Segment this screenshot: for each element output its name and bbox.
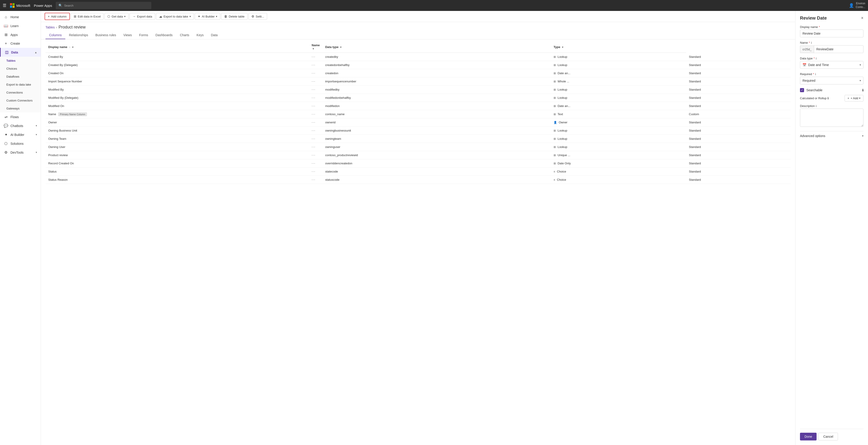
row-context-menu[interactable]: ··· bbox=[312, 113, 316, 116]
cell-data-type: ⊞ Lookup bbox=[551, 126, 686, 135]
row-context-menu[interactable]: ··· bbox=[312, 121, 316, 124]
cell-display-name: Status bbox=[45, 168, 309, 176]
sort-dropdown-icon[interactable]: ▾ bbox=[72, 46, 73, 49]
cancel-button[interactable]: Cancel bbox=[818, 433, 838, 440]
row-context-menu[interactable]: ··· bbox=[312, 80, 316, 83]
tab-data[interactable]: Data bbox=[207, 31, 221, 39]
name-input[interactable] bbox=[814, 45, 863, 53]
add-column-button[interactable]: + Add column bbox=[44, 13, 70, 20]
ai-builder-button[interactable]: ✦ AI Builder ▾ bbox=[195, 13, 220, 20]
sidebar-item-home[interactable]: ⌂ Home bbox=[0, 13, 41, 21]
row-context-menu[interactable]: ··· bbox=[312, 96, 316, 99]
sidebar-item-ai-builder[interactable]: ✦ AI Builder ▾ bbox=[0, 130, 41, 139]
row-context-menu[interactable]: ··· bbox=[312, 153, 316, 157]
sidebar-label-data: Data bbox=[11, 51, 32, 54]
table-row: Owner ··· ownerid 👤 Owner Standard bbox=[45, 118, 790, 126]
row-context-menu[interactable]: ··· bbox=[312, 178, 316, 181]
data-type-cell-icon: ⊞ bbox=[554, 55, 556, 59]
row-context-menu[interactable]: ··· bbox=[312, 137, 316, 141]
sidebar-item-data[interactable]: ◫ Data ▲ bbox=[0, 48, 41, 57]
display-name-input[interactable] bbox=[800, 30, 863, 37]
tab-relationships[interactable]: Relationships bbox=[65, 31, 92, 39]
name-info-icon[interactable]: ℹ bbox=[811, 41, 812, 44]
searchable-info-icon[interactable]: ℹ bbox=[862, 88, 863, 92]
sidebar-item-connections[interactable]: Connections bbox=[0, 89, 41, 96]
cell-display-name: Name Primary Name Column bbox=[45, 110, 309, 118]
description-info-icon[interactable]: ℹ bbox=[816, 105, 817, 108]
breadcrumb-tables-link[interactable]: Tables bbox=[45, 26, 55, 29]
apps-icon: ⊞ bbox=[4, 33, 8, 37]
export-data-button[interactable]: → Export data bbox=[129, 13, 155, 20]
tab-columns[interactable]: Columns bbox=[45, 31, 65, 39]
topbar-right: 👤 Environ Conto... bbox=[849, 2, 865, 9]
cell-dots: ··· bbox=[309, 151, 322, 159]
sidebar-item-apps[interactable]: ⊞ Apps bbox=[0, 30, 41, 39]
type-sort-icon: ▾ bbox=[562, 46, 563, 49]
tab-keys[interactable]: Keys bbox=[193, 31, 207, 39]
col-header-data-type[interactable]: Data type ▾ bbox=[322, 41, 551, 53]
sidebar-item-tables[interactable]: Tables bbox=[0, 57, 41, 65]
cell-data-type: 👤 Owner bbox=[551, 118, 686, 126]
row-context-menu[interactable]: ··· bbox=[312, 170, 316, 173]
table-row: Owning User ··· owninguser ⊞ Lookup Stan… bbox=[45, 143, 790, 151]
cell-data-type: ⊞ Lookup bbox=[551, 61, 686, 69]
sidebar-label-choices: Choices bbox=[6, 67, 37, 70]
delete-table-button[interactable]: 🗑 Delete table bbox=[221, 13, 247, 20]
settings-button[interactable]: ⚙ Setti... bbox=[248, 13, 267, 20]
sidebar-item-solutions[interactable]: ⬡ Solutions bbox=[0, 139, 41, 148]
get-data-button[interactable]: ⬡ Get data ▾ bbox=[104, 13, 129, 20]
sidebar-item-dataflows[interactable]: Dataflows bbox=[0, 72, 41, 81]
tab-charts[interactable]: Charts bbox=[176, 31, 193, 39]
searchable-checkbox[interactable]: ✓ bbox=[800, 88, 804, 92]
tabs: Columns Relationships Business rules Vie… bbox=[41, 30, 795, 39]
cell-display-name: Created By (Delegate) bbox=[45, 61, 309, 69]
data-type-cell-icon: ⊞ bbox=[554, 96, 556, 99]
search-input[interactable] bbox=[64, 4, 149, 7]
done-button[interactable]: Done bbox=[800, 433, 816, 440]
sidebar-item-gateways[interactable]: Gateways bbox=[0, 105, 41, 113]
sidebar-item-choices[interactable]: Choices bbox=[0, 65, 41, 72]
sidebar-item-custom-connectors[interactable]: Custom Connectors bbox=[0, 96, 41, 105]
row-context-menu[interactable]: ··· bbox=[312, 129, 316, 132]
description-textarea[interactable] bbox=[800, 109, 863, 127]
sidebar-item-learn[interactable]: 📖 Learn bbox=[0, 21, 41, 30]
data-type-info-icon[interactable]: ℹ bbox=[816, 57, 817, 60]
required-info-icon[interactable]: ℹ bbox=[815, 72, 816, 76]
row-context-menu[interactable]: ··· bbox=[312, 88, 316, 91]
cell-name: importsequencenumber bbox=[322, 78, 551, 86]
col-header-name[interactable]: Name ▾ bbox=[309, 41, 322, 53]
col-header-type[interactable]: Type ▾ bbox=[551, 41, 686, 53]
sidebar-item-flows[interactable]: ⇌ Flows bbox=[0, 113, 41, 121]
sidebar-item-export-lake[interactable]: Export to data lake bbox=[0, 81, 41, 89]
data-type-select[interactable]: 📅 Date and Time ▾ bbox=[800, 61, 863, 69]
close-panel-button[interactable]: × bbox=[861, 16, 863, 21]
calc-add-button[interactable]: + + Add ▾ bbox=[844, 95, 863, 101]
hamburger-menu[interactable]: ☰ bbox=[3, 3, 6, 8]
cell-name: modifiedby bbox=[322, 86, 551, 94]
export-lake-button[interactable]: ☁ Export to data lake ▾ bbox=[156, 13, 194, 20]
calc-info-icon[interactable]: ℹ bbox=[828, 96, 829, 100]
row-context-menu[interactable]: ··· bbox=[312, 55, 316, 59]
col-header-display-name[interactable]: Display name ↑ ▾ bbox=[45, 41, 309, 53]
edit-excel-button[interactable]: ⊞ Edit data in Excel bbox=[71, 13, 103, 20]
sidebar-item-create[interactable]: + Create bbox=[0, 39, 41, 48]
row-context-menu[interactable]: ··· bbox=[312, 161, 316, 165]
tab-forms[interactable]: Forms bbox=[135, 31, 152, 39]
row-context-menu[interactable]: ··· bbox=[312, 104, 316, 108]
main-layout: ⌂ Home 📖 Learn ⊞ Apps + Create ◫ Data ▲ … bbox=[0, 11, 868, 445]
row-context-menu[interactable]: ··· bbox=[312, 71, 316, 75]
cell-data-type: ⊞ Date an... bbox=[551, 69, 686, 78]
tab-business-rules[interactable]: Business rules bbox=[92, 31, 120, 39]
search-bar[interactable]: 🔍 bbox=[56, 2, 151, 9]
tab-dashboards[interactable]: Dashboards bbox=[152, 31, 176, 39]
sidebar-label-flows: Flows bbox=[10, 115, 37, 119]
row-context-menu[interactable]: ··· bbox=[312, 63, 316, 67]
required-select[interactable]: Required ▾ bbox=[800, 77, 863, 84]
tab-views[interactable]: Views bbox=[120, 31, 135, 39]
sidebar-item-devtools[interactable]: ⚙ DevTools ▾ bbox=[0, 148, 41, 157]
table-row: Created By ··· createdby ⊞ Lookup Standa… bbox=[45, 53, 790, 61]
sidebar-label-apps: Apps bbox=[10, 33, 37, 37]
row-context-menu[interactable]: ··· bbox=[312, 145, 316, 149]
advanced-options-row[interactable]: Advanced options ▾ bbox=[800, 131, 863, 141]
sidebar-item-chatbots[interactable]: 💬 Chatbots ▾ bbox=[0, 121, 41, 130]
